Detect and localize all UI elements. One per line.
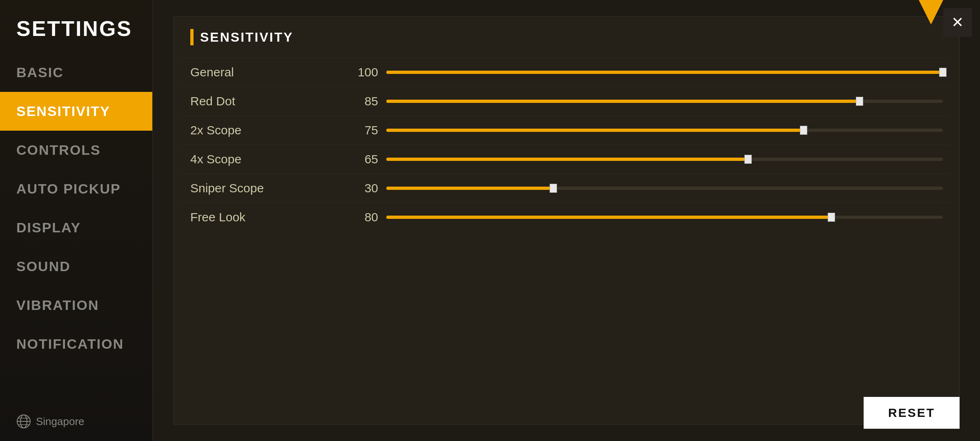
slider-value-0: 100	[345, 65, 378, 79]
close-button[interactable]: ✕	[943, 8, 972, 37]
sidebar-item-controls[interactable]: CONTROLS	[0, 131, 152, 169]
sidebar-item-auto-pickup[interactable]: AUTO PICKUP	[0, 169, 152, 208]
slider-row-4: Sniper Scope 30	[182, 174, 951, 203]
section-title: SENSITIVITY	[200, 30, 294, 45]
slider-track-container-2[interactable]	[386, 125, 943, 135]
slider-track-4[interactable]	[386, 187, 943, 190]
slider-label-5: Free Look	[190, 210, 345, 224]
slider-row-1: Red Dot 85	[182, 87, 951, 116]
slider-track-container-3[interactable]	[386, 154, 943, 164]
slider-fill-2	[386, 129, 804, 132]
slider-label-1: Red Dot	[190, 94, 345, 108]
slider-value-5: 80	[345, 210, 378, 224]
slider-value-2: 75	[345, 123, 378, 137]
slider-track-5[interactable]	[386, 216, 943, 219]
slider-fill-1	[386, 100, 860, 103]
slider-value-3: 65	[345, 152, 378, 166]
sidebar-nav: BASICSENSITIVITYCONTROLSAUTO PICKUPDISPL…	[0, 53, 152, 363]
slider-track-3[interactable]	[386, 158, 943, 161]
slider-fill-4	[386, 187, 553, 190]
settings-title: SETTINGS	[0, 8, 152, 53]
slider-label-4: Sniper Scope	[190, 181, 345, 195]
slider-row-2: 2x Scope 75	[182, 116, 951, 145]
slider-label-2: 2x Scope	[190, 123, 345, 137]
slider-fill-5	[386, 216, 831, 219]
slider-row-3: 4x Scope 65	[182, 145, 951, 174]
slider-thumb-4[interactable]	[550, 184, 557, 193]
slider-fill-0	[386, 71, 943, 74]
slider-fill-3	[386, 158, 748, 161]
sidebar-item-display[interactable]: DISPLAY	[0, 208, 152, 247]
corner-decoration	[919, 0, 943, 24]
slider-track-container-4[interactable]	[386, 183, 943, 193]
slider-value-4: 30	[345, 181, 378, 195]
section-accent	[190, 29, 194, 45]
slider-track-container-5[interactable]	[386, 212, 943, 222]
slider-value-1: 85	[345, 94, 378, 108]
slider-track-container-1[interactable]	[386, 96, 943, 106]
slider-row-0: General 100	[182, 58, 951, 87]
globe-icon	[16, 414, 31, 429]
sidebar: SETTINGS BASICSENSITIVITYCONTROLSAUTO PI…	[0, 0, 153, 441]
region-label: Singapore	[36, 415, 85, 428]
sidebar-item-basic[interactable]: BASIC	[0, 53, 152, 92]
reset-button[interactable]: RESET	[864, 397, 960, 429]
slider-track-container-0[interactable]	[386, 67, 943, 77]
sidebar-footer: Singapore	[16, 414, 85, 429]
sidebar-item-vibration[interactable]: VIBRATION	[0, 286, 152, 325]
slider-track-1[interactable]	[386, 100, 943, 103]
slider-thumb-5[interactable]	[828, 213, 835, 222]
slider-rows: General 100 Red Dot 85 2x Scope 75	[174, 58, 959, 232]
section-header: SENSITIVITY	[174, 17, 959, 58]
section-container: SENSITIVITY General 100 Red Dot 85 2x Sc…	[174, 16, 960, 425]
slider-thumb-3[interactable]	[744, 155, 752, 164]
sidebar-item-sound[interactable]: SOUND	[0, 247, 152, 286]
slider-label-3: 4x Scope	[190, 152, 345, 166]
slider-row-5: Free Look 80	[182, 203, 951, 232]
main-content: ✕ SENSITIVITY General 100 Red Dot 85	[153, 0, 980, 441]
slider-track-2[interactable]	[386, 129, 943, 132]
slider-track-0[interactable]	[386, 71, 943, 74]
sidebar-item-notification[interactable]: NOTIFICATION	[0, 325, 152, 363]
slider-thumb-2[interactable]	[800, 126, 807, 135]
slider-label-0: General	[190, 65, 345, 79]
sidebar-item-sensitivity[interactable]: SENSITIVITY	[0, 92, 152, 131]
slider-thumb-1[interactable]	[856, 97, 863, 106]
slider-thumb-0[interactable]	[939, 68, 947, 77]
